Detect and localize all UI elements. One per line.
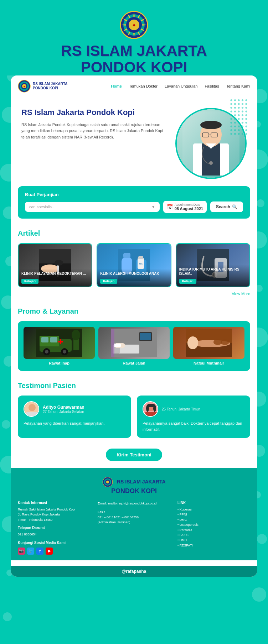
- twitter-icon[interactable]: 🐦: [27, 548, 34, 555]
- search-button[interactable]: Search 🔍: [210, 201, 243, 212]
- promo-title: Promo & Layanan: [18, 307, 250, 315]
- chevron-down-icon: ▼: [151, 205, 155, 209]
- view-more-link[interactable]: View More: [232, 292, 250, 296]
- svg-point-143: [106, 481, 109, 483]
- nav-layanan[interactable]: Layanan Unggulan: [165, 84, 197, 88]
- svg-point-69: [238, 126, 239, 127]
- pelajari-btn-3[interactable]: Pelajari: [179, 279, 196, 284]
- footer-col-kontak: Kontak Informasi Rumah Sakit Islam Jakar…: [18, 501, 91, 555]
- svg-point-113: [72, 330, 80, 340]
- hero-content-section: RS Islam Jakarta Pondok Kopi RS Islam Ja…: [11, 97, 257, 186]
- testimoni-header-1: Adityo Gunawarman 27 Tahun, Jakarta Sela…: [24, 401, 125, 417]
- svg-point-48: [234, 111, 236, 112]
- nav-home[interactable]: Home: [111, 84, 122, 88]
- artikel-card-1[interactable]: KLINIK PELAYANAN KEDOKTERAN ... Pelajari: [18, 243, 92, 287]
- pelajari-btn-1[interactable]: Pelajari: [21, 279, 38, 284]
- links-title: LINK: [177, 501, 250, 505]
- svg-rect-132: [26, 412, 38, 417]
- svg-point-138: [146, 405, 149, 412]
- svg-rect-94: [138, 256, 143, 259]
- nav-temukan-dokter[interactable]: Temukan Dokter: [129, 84, 158, 88]
- hero-title-sub: PONDOK KOPI: [7, 59, 261, 75]
- email-value[interactable]: mailto:rsijpk@rsijpondokkopi.co.id: [108, 502, 157, 505]
- youtube-icon[interactable]: ▶: [46, 548, 53, 555]
- link-koperasi[interactable]: • Koperasi: [177, 507, 250, 512]
- link-lazis[interactable]: • LAZIS: [177, 533, 250, 538]
- date-picker[interactable]: 📅 Appointment Date 05 August 2021: [163, 201, 207, 213]
- svg-point-40: [242, 103, 243, 105]
- hero-logo: ✦: [120, 11, 148, 39]
- promo-section: Promo & Layanan: [11, 304, 257, 378]
- svg-rect-109: [50, 337, 57, 342]
- svg-point-77: [230, 133, 232, 135]
- content-left: RS Islam Jakarta Pondok Kopi RS Islam Ja…: [21, 108, 168, 140]
- artikel-overlay-2: KLINIK ALERGI IMUNOLOGI ANAK Pelajari: [97, 269, 170, 287]
- artikel-card-3[interactable]: INDIKATOR MUTU AREA KLINIS RS ISLAM.. Pe…: [176, 243, 250, 287]
- svg-point-79: [238, 133, 239, 135]
- svg-point-61: [245, 118, 247, 120]
- dot-pattern: [229, 97, 254, 136]
- nav-logo: ✦ RS ISLAM JAKARTA PONDOK KOPI: [18, 80, 111, 93]
- footer-logo-row: RS ISLAM JAKARTA PONDOK KOPI: [18, 477, 250, 495]
- specialist-select[interactable]: cari spesialis.. ▼: [25, 202, 160, 212]
- testimoni-text-2: Pelayanannya sangat baik! Dokternya cepa…: [143, 420, 244, 432]
- svg-point-72: [230, 129, 232, 131]
- link-dmc[interactable]: • DMC: [177, 517, 250, 522]
- email-info: Email: mailto:rsijpk@rsijpondokkopi.co.i…: [98, 501, 170, 506]
- svg-text:✦: ✦: [23, 85, 25, 88]
- link-osteoporosis[interactable]: • Osteoporosis: [177, 522, 250, 527]
- svg-point-43: [234, 107, 236, 109]
- promo-label-rawat-inap: Rawat Inap: [24, 361, 95, 365]
- artikel-section: Artikel: [11, 226, 257, 304]
- nav-tentang[interactable]: Tentang Kami: [226, 84, 250, 88]
- artikel-title: Artikel: [18, 229, 250, 237]
- svg-point-78: [234, 133, 236, 135]
- svg-point-65: [242, 122, 243, 124]
- svg-point-76: [245, 129, 247, 131]
- svg-point-36: [245, 99, 247, 101]
- svg-point-33: [234, 99, 236, 101]
- telepon-title: Telepon Darurat: [18, 526, 91, 530]
- kirim-btn-wrapper: Kirim Testimoni: [11, 449, 257, 461]
- svg-text:✦: ✦: [132, 22, 136, 28]
- testimoni-title: Testimoni Pasien: [18, 382, 250, 390]
- instagram-icon[interactable]: 📷: [18, 548, 25, 555]
- svg-point-39: [238, 103, 239, 105]
- testimoni-age-2: 25 Tahun, Jakarta Timur: [162, 407, 200, 411]
- specialist-placeholder: cari spesialis..: [29, 205, 54, 209]
- link-ppni[interactable]: • PPNI: [177, 512, 250, 517]
- svg-point-26: [200, 121, 222, 129]
- promo-rawat-jalan[interactable]: Rawat Jalan: [98, 327, 170, 365]
- footer: RS ISLAM JAKARTA PONDOK KOPI Kontak Info…: [11, 468, 257, 560]
- hospital-desc: RS Islam Jakarta Pondok Kopi sebagai sal…: [21, 122, 168, 141]
- promo-nafsul[interactable]: Nafsul Muthmair: [173, 327, 244, 365]
- nav-fasilitas[interactable]: Fasilitas: [205, 84, 219, 88]
- svg-point-68: [234, 126, 236, 127]
- promo-rawat-inap[interactable]: Rawat Inap: [24, 327, 95, 365]
- svg-point-57: [230, 118, 232, 120]
- link-hmc[interactable]: • HMC: [177, 538, 250, 543]
- promo-grid: Rawat Inap: [24, 327, 244, 365]
- nav-links: Home Temukan Dokter Layanan Unggulan Fas…: [111, 84, 250, 88]
- artikel-card-2[interactable]: Rx KLINIK ALERGI IMUNOLOGI ANAK Pelajari: [97, 243, 171, 287]
- kirim-testimoni-button[interactable]: Kirim Testimoni: [106, 449, 162, 461]
- svg-point-107: [63, 350, 66, 354]
- svg-point-34: [238, 99, 239, 101]
- pelajari-btn-2[interactable]: Pelajari: [100, 279, 117, 284]
- facebook-icon[interactable]: f: [36, 548, 43, 555]
- fax-value: 021 – 86111021 – 86104256(Administrasi J…: [98, 515, 170, 525]
- kontak-address: Rumah Sakit Islam Jakarta Pondok KopiJl.…: [18, 507, 91, 522]
- testimoni-avatar-1: [24, 401, 39, 417]
- svg-point-63: [234, 122, 236, 124]
- appointment-section: Buat Perjanjian cari spesialis.. ▼ 📅 App…: [18, 186, 250, 219]
- promo-label-rawat-jalan: Rawat Jalan: [98, 361, 170, 365]
- footer-logo-text-line2: PONDOK KOPI: [111, 487, 157, 494]
- navbar: ✦ RS ISLAM JAKARTA PONDOK KOPI Home Temu…: [11, 75, 257, 97]
- link-respati[interactable]: • RESPATI: [177, 543, 250, 548]
- svg-point-70: [242, 126, 243, 127]
- svg-point-88: [55, 260, 63, 266]
- svg-point-66: [245, 122, 247, 124]
- svg-point-53: [234, 114, 236, 116]
- artikel-caption-2: KLINIK ALERGI IMUNOLOGI ANAK: [100, 272, 168, 276]
- link-persadia[interactable]: • Persadia: [177, 528, 250, 533]
